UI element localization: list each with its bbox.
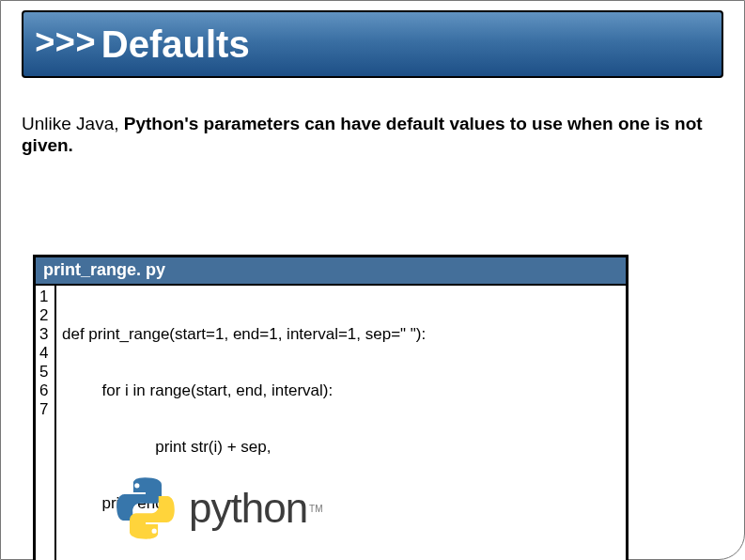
line-number: 2	[39, 306, 51, 325]
code-line: def print_range(start=1, end=1, interval…	[62, 325, 620, 344]
line-number: 4	[39, 344, 51, 363]
line-number: 5	[39, 363, 51, 381]
python-logo: python TM	[112, 474, 323, 542]
title-text: Defaults	[101, 23, 250, 66]
line-number: 7	[39, 400, 51, 419]
title-bar: >>> Defaults	[22, 10, 723, 78]
title-prompt: >>>	[35, 25, 96, 64]
python-logo-icon	[112, 474, 179, 542]
line-number: 3	[39, 325, 51, 344]
line-number: 6	[39, 381, 51, 400]
code-filename: print_range. py	[36, 257, 626, 284]
python-logo-tm: TM	[309, 504, 322, 514]
intro-text: Unlike Java, Python's parameters can hav…	[22, 114, 706, 157]
code-line	[62, 551, 620, 560]
python-logo-text: python	[189, 485, 307, 532]
intro-lead: Unlike Java,	[22, 114, 124, 133]
line-number: 1	[39, 288, 51, 306]
code-line: print str(i) + sep,	[62, 438, 620, 457]
code-gutter: 1 2 3 4 5 6 7	[36, 286, 56, 560]
slide: >>> Defaults Unlike Java, Python's param…	[0, 0, 745, 560]
code-line: for i in range(start, end, interval):	[62, 381, 620, 400]
intro-bold: Python's parameters can have default val…	[22, 114, 703, 155]
